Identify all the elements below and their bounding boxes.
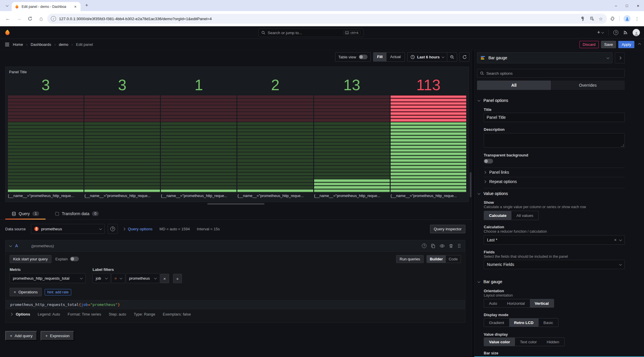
window-minimize-icon[interactable]: – <box>615 4 617 8</box>
orientation-horizontal[interactable]: Horizontal <box>502 299 530 307</box>
display-mode-retro-lcd[interactable]: Retro LCD <box>509 318 539 327</box>
fields-select[interactable]: Numeric Fields <box>484 260 625 269</box>
forward-icon[interactable]: → <box>14 14 24 24</box>
breadcrumb-dashboards[interactable]: Dashboards <box>31 42 51 47</box>
help-icon[interactable]: ? <box>613 30 618 35</box>
url-text[interactable]: 127.0.0.1:3000/d/e3f35fd3-f381-4bb4-b302… <box>59 17 578 21</box>
translate-icon[interactable] <box>590 16 595 21</box>
bookmark-star-icon[interactable]: ☆ <box>599 16 603 22</box>
main-scrollbar-thumb[interactable] <box>470 172 471 197</box>
metric-select[interactable]: prometheus_http_requests_total <box>10 273 86 283</box>
mega-menu-icon[interactable] <box>5 42 10 47</box>
collapse-header-icon[interactable] <box>638 43 641 46</box>
value-options-header[interactable]: Value options <box>478 191 508 196</box>
resize-handle-icon[interactable] <box>621 144 624 147</box>
bar-gauge-options-header[interactable]: Bar gauge <box>478 279 502 284</box>
add-expression-button[interactable]: + Expression <box>41 331 74 341</box>
filter-key-select[interactable]: job <box>93 273 111 283</box>
transparent-background-switch[interactable] <box>484 159 493 163</box>
filter-value-select[interactable]: prometheus <box>126 273 160 283</box>
add-new-button[interactable]: + <box>597 29 604 36</box>
visualization-picker[interactable]: Bar gauge <box>477 52 612 63</box>
pane-resize-handle[interactable] <box>207 203 264 205</box>
new-tab-button[interactable]: + <box>85 2 88 8</box>
show-option-all-values[interactable]: All values <box>511 211 538 220</box>
description-textarea[interactable] <box>484 133 625 148</box>
chevron-right-icon[interactable] <box>123 227 126 230</box>
collapse-query-icon[interactable] <box>9 244 12 247</box>
explain-switch[interactable] <box>70 257 79 261</box>
query-help-icon[interactable]: ? <box>422 243 427 248</box>
tab-all[interactable]: All <box>477 81 551 90</box>
display-mode-gradient[interactable]: Gradient <box>484 318 509 327</box>
chevron-right-icon[interactable] <box>10 313 13 316</box>
hide-query-eye-icon[interactable] <box>440 244 445 248</box>
builder-option[interactable]: Builder <box>427 255 446 263</box>
site-info-icon[interactable]: i <box>51 16 56 21</box>
options-toggle[interactable]: Options <box>16 312 30 316</box>
table-view-toggle[interactable]: Table view <box>335 52 371 62</box>
datasource-picker[interactable]: prometheus <box>31 224 105 234</box>
address-bar[interactable]: i 127.0.0.1:3000/d/e3f35fd3-f381-4bb4-b3… <box>47 14 607 24</box>
pane-divider[interactable] <box>472 50 474 357</box>
apply-button[interactable]: Apply <box>618 41 634 48</box>
orientation-vertical[interactable]: Vertical <box>530 299 554 307</box>
filter-op-select[interactable]: = <box>111 273 125 283</box>
extensions-icon[interactable] <box>610 16 615 21</box>
panel-title-input[interactable] <box>484 113 625 122</box>
kick-start-query-button[interactable]: Kick start your query <box>10 255 51 263</box>
add-query-button[interactable]: + Add query <box>5 331 37 341</box>
fill-option[interactable]: Fill <box>373 53 387 61</box>
datasource-help-button[interactable]: ? <box>108 224 118 234</box>
calculation-select[interactable]: Last * × <box>484 235 625 245</box>
run-queries-button[interactable]: Run queries <box>396 255 424 263</box>
tab-overrides[interactable]: Overrides <box>551 81 625 90</box>
time-range-picker[interactable]: Last 6 hours <box>407 52 457 62</box>
tab-close-icon[interactable]: × <box>73 4 78 9</box>
clear-calculation-icon[interactable]: × <box>614 238 617 242</box>
show-option-calculate[interactable]: Calculate <box>484 211 511 220</box>
table-view-switch[interactable] <box>359 55 368 59</box>
query-inspector-button[interactable]: Query inspector <box>430 225 465 233</box>
password-key-icon[interactable] <box>581 16 586 21</box>
tab-transform-data[interactable]: Transform data 0 <box>48 208 105 220</box>
tab-search-chevron-icon[interactable] <box>4 3 10 8</box>
breadcrumb-demo[interactable]: demo <box>59 42 68 47</box>
user-avatar[interactable] <box>633 29 640 36</box>
browser-tab[interactable]: Edit panel - demo - Dashboa × <box>12 2 81 11</box>
value-display-text-color[interactable]: Text color <box>515 338 542 346</box>
panel-options-header[interactable]: Panel options <box>478 98 508 103</box>
orientation-auto[interactable]: Auto <box>484 299 502 307</box>
code-option[interactable]: Code <box>446 255 461 263</box>
window-maximize-icon[interactable]: □ <box>626 4 628 8</box>
global-search-input[interactable]: Search or jump to... ctrl+k <box>258 28 363 37</box>
delete-query-trash-icon[interactable] <box>449 244 453 248</box>
value-display-hidden[interactable]: Hidden <box>542 338 564 346</box>
query-row-a[interactable]: A (prometheus) ? <box>5 240 465 252</box>
zoom-out-time-icon[interactable] <box>447 53 457 61</box>
remove-filter-button[interactable]: × <box>160 274 169 283</box>
value-display-value-color[interactable]: Value color <box>484 338 515 346</box>
query-options-link[interactable]: Query options <box>128 227 152 231</box>
home-icon[interactable]: ⌂ <box>36 14 46 24</box>
news-rss-icon[interactable] <box>623 30 628 35</box>
profile-avatar[interactable] <box>624 15 631 22</box>
bar-gauge-panel[interactable]: Panel Title 331213113 {__name__="prometh… <box>5 67 469 202</box>
drag-query-grip-icon[interactable] <box>457 243 461 248</box>
search-options-input[interactable]: Search options <box>477 69 625 78</box>
menu-kebab-icon[interactable]: ⋮ <box>635 16 639 22</box>
tab-query[interactable]: Query 1 <box>5 208 46 220</box>
window-close-icon[interactable]: × <box>637 3 639 8</box>
refresh-button[interactable] <box>459 52 469 62</box>
back-icon[interactable]: ← <box>3 14 13 24</box>
operations-button[interactable]: + Operations <box>10 288 42 296</box>
reload-icon[interactable] <box>25 14 35 24</box>
repeat-options-section[interactable]: Repeat options <box>484 179 517 184</box>
save-button[interactable]: Save <box>601 41 616 48</box>
duplicate-query-icon[interactable] <box>431 244 435 248</box>
display-mode-basic[interactable]: Basic <box>539 318 558 327</box>
grafana-logo-icon[interactable] <box>4 29 11 36</box>
panel-links-section[interactable]: Panel links <box>484 170 509 175</box>
add-filter-button[interactable]: + <box>173 274 182 283</box>
discard-button[interactable]: Discard <box>579 41 599 48</box>
